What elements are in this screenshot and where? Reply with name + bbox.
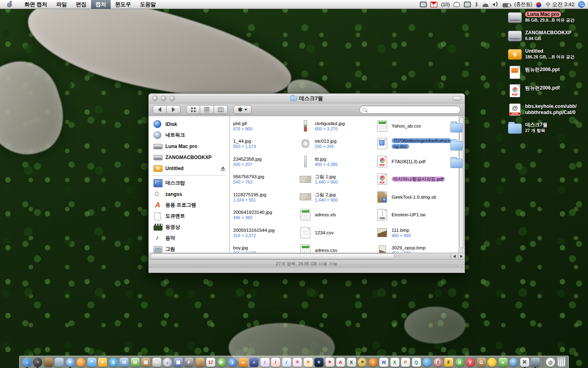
dock-item-itunes[interactable]: ♪ bbox=[163, 357, 172, 367]
file-item[interactable]: 111.bmp460 × 490 bbox=[376, 224, 450, 242]
displays-menu-icon[interactable] bbox=[420, 2, 427, 7]
desktop-icon-Luna Mac pro[interactable]: Luna Mac pro86 GB, 29.8...B 여유 공간 bbox=[508, 11, 586, 24]
bluetooth-icon[interactable]: ᛒ bbox=[474, 2, 479, 7]
dock-item-ipod[interactable]: ▭ bbox=[152, 357, 161, 367]
file-item[interactable]: 1_44.jpg550 × 1,574 bbox=[233, 135, 298, 153]
sidebar-item-도큐멘트[interactable]: 도큐멘트 bbox=[149, 211, 229, 222]
desktop-icon-ZANGMACBOOKXP[interactable]: ZANGMACBOOKXP6.84 GB bbox=[508, 29, 586, 42]
dock-item-gold-wheel-app[interactable]: ✳ bbox=[358, 357, 367, 367]
list-view-button[interactable] bbox=[200, 105, 214, 114]
dock-item-pencil-x-app[interactable]: X bbox=[347, 357, 356, 367]
icon-view-button[interactable] bbox=[186, 105, 200, 114]
dock-item-address-book[interactable]: ▤ bbox=[141, 357, 151, 367]
file-item[interactable]: 2005913161544.jpg316 × 3,072 bbox=[233, 224, 298, 242]
sidebar-item-Untitled[interactable]: Untitled bbox=[149, 163, 229, 174]
dock-item-skype[interactable]: S bbox=[109, 357, 118, 367]
folder-proxy-icon[interactable] bbox=[290, 96, 297, 101]
file-item[interactable]: boy.jpg365 × 1,640 bbox=[233, 242, 298, 253]
dock-item-final-cut[interactable]: F bbox=[185, 357, 194, 367]
horizontal-scrollbar-thumb[interactable] bbox=[150, 254, 395, 259]
display-prefs-icon[interactable] bbox=[464, 2, 471, 7]
file-item[interactable]: 23452358.jpg430 × 207 bbox=[233, 153, 298, 171]
dock-item-wmv-player[interactable]: ▶ bbox=[217, 357, 226, 367]
action-menu-button[interactable]: ✱ bbox=[234, 105, 252, 114]
dock-item-bird-photo-app[interactable] bbox=[44, 357, 53, 367]
korean-input-menu-icon[interactable] bbox=[535, 1, 543, 9]
sidebar-item-Luna Mac pro[interactable]: Luna Mac pro bbox=[149, 141, 229, 152]
dock-item-firefox[interactable] bbox=[76, 357, 86, 367]
menu-캡처[interactable]: 캡처 bbox=[91, 0, 111, 9]
file-item[interactable]: etc013.jpg200 × 245 bbox=[299, 135, 374, 153]
menu-편집[interactable]: 편집 bbox=[71, 0, 91, 9]
file-item[interactable]: 200641923140.jpg446 × 382 bbox=[233, 206, 298, 224]
file-item[interactable]: Yahoo_ab.csv bbox=[376, 117, 450, 135]
file-item[interactable]: adress.csv bbox=[299, 242, 374, 253]
dock-item-google-earth[interactable] bbox=[509, 357, 519, 367]
dock-item-paper-plane-app[interactable]: ✈ bbox=[325, 357, 334, 367]
file-item[interactable]: 3029_opop.bmp459 × 689 bbox=[376, 242, 450, 253]
toolbar-toggle-button[interactable] bbox=[452, 96, 461, 101]
sidebar-item-네트워크[interactable]: 네트워크 bbox=[149, 130, 229, 141]
dock-item-star-app[interactable]: ★ bbox=[314, 357, 324, 367]
dock-item-ms-word[interactable]: W bbox=[379, 357, 389, 367]
sidebar-item-응용 프로그램[interactable]: 응용 프로그램 bbox=[149, 200, 229, 211]
search-field[interactable] bbox=[359, 105, 461, 114]
dock-item-msn-messenger[interactable] bbox=[423, 357, 432, 367]
desktop-icon-bbs.keyhole.com/ubb/ ubbthreads.php/Cat/0[interactable]: bbs.keyhole.com/ubb/ ubbthreads.php/Cat/… bbox=[508, 103, 586, 116]
file-item[interactable]: adress.xls bbox=[299, 206, 374, 224]
dock-item-safari[interactable]: ✦ bbox=[65, 357, 75, 367]
dock-item-ichat[interactable]: ❝ bbox=[87, 357, 96, 367]
dock-item-flash-player[interactable]: f bbox=[466, 357, 475, 367]
dock-item-amber-gem-app[interactable]: ● bbox=[368, 357, 378, 367]
sidebar-item-음악[interactable]: 음악 bbox=[149, 233, 229, 244]
dock-item-one-blue-app[interactable]: 1 bbox=[228, 357, 237, 367]
dock-item-green-flask-app[interactable]: ʜ bbox=[498, 357, 508, 367]
folder-item-partial[interactable] bbox=[450, 153, 465, 171]
sidebar-item-동영상[interactable]: 동영상 bbox=[149, 222, 229, 233]
sidebar-item-데스크탑[interactable]: 데스크탑 bbox=[149, 177, 229, 188]
sidebar-item-ZANGMACBOOKXP[interactable]: ZANGMACBOOKXP bbox=[149, 152, 229, 163]
dock-item-trash[interactable] bbox=[557, 357, 566, 367]
dock-item-ms-powerpoint[interactable]: P bbox=[401, 357, 410, 367]
menu-app[interactable]: 화면 캡처 bbox=[20, 0, 52, 9]
file-item[interactable]: Einstein-UP1.tar bbox=[376, 206, 450, 224]
file-item[interactable]: 그림 2.jpg1,440 × 900 bbox=[299, 188, 374, 206]
scroll-right-button[interactable] bbox=[458, 253, 465, 260]
file-item[interactable]: 아시아나항공시각표.pdf bbox=[376, 171, 450, 188]
file-item[interactable]: 956756793.jpg540 × 763 bbox=[233, 171, 298, 188]
dock-item-purple-feather-app[interactable]: / bbox=[260, 357, 270, 367]
file-item[interactable]: ttt.jpg400 × 4,385 bbox=[299, 153, 374, 171]
dock-item-blue-feather-app[interactable]: / bbox=[282, 357, 291, 367]
menu-도움말[interactable]: 도움말 bbox=[136, 0, 160, 9]
ichat-status-icon[interactable] bbox=[453, 2, 460, 7]
column-view-button[interactable] bbox=[214, 105, 228, 114]
menu-파일[interactable]: 파일 bbox=[52, 0, 71, 9]
dock-item-imovie[interactable]: ▦ bbox=[174, 357, 183, 367]
dock-item-dreamweaver[interactable]: d bbox=[455, 357, 464, 367]
file-item[interactable]: 그림 1.jpg1,440 × 900 bbox=[299, 171, 374, 188]
file-item[interactable]: phil.gif676 × 800 bbox=[233, 117, 298, 135]
sidebar-item-zangss[interactable]: zangss bbox=[149, 188, 229, 200]
dock-item-butterfly-app[interactable]: ✳ bbox=[293, 357, 302, 367]
desktop-icon-데스크7월[interactable]: 데스크7월27 개 항목 bbox=[508, 121, 586, 134]
sidebar-item-iDisk[interactable]: iDisk bbox=[149, 119, 229, 130]
dock-item-apple-box-app[interactable]: ⌘ bbox=[520, 357, 529, 367]
dock-item-word-viewer[interactable]: W bbox=[120, 357, 129, 367]
dock-item-machard[interactable]: M bbox=[130, 357, 140, 367]
file-item[interactable]: ckrtlgustkd.jpg600 × 3,270 bbox=[299, 117, 374, 135]
apple-menu-icon[interactable] bbox=[7, 1, 13, 7]
window-titlebar[interactable]: 데스크7월 bbox=[149, 94, 465, 103]
dock-item-entourage[interactable]: Q bbox=[412, 357, 421, 367]
dock-item-dashboard[interactable]: ◔ bbox=[33, 357, 42, 367]
eject-icon[interactable] bbox=[220, 166, 225, 171]
forward-button[interactable] bbox=[167, 105, 180, 114]
scroll-left-button[interactable] bbox=[451, 253, 458, 260]
dock-item-garageband[interactable]: ♩ bbox=[195, 357, 205, 367]
battery-icon[interactable] bbox=[503, 3, 510, 7]
file-item[interactable]: FTA(06[1].3).pdf bbox=[376, 153, 450, 171]
spotlight-icon[interactable] bbox=[578, 1, 585, 8]
mail-icon[interactable] bbox=[430, 2, 437, 7]
dock-item-finder[interactable]: ☺ bbox=[22, 357, 31, 367]
resize-grip[interactable] bbox=[459, 262, 464, 267]
dock-item-acrobat[interactable]: A bbox=[336, 357, 345, 367]
